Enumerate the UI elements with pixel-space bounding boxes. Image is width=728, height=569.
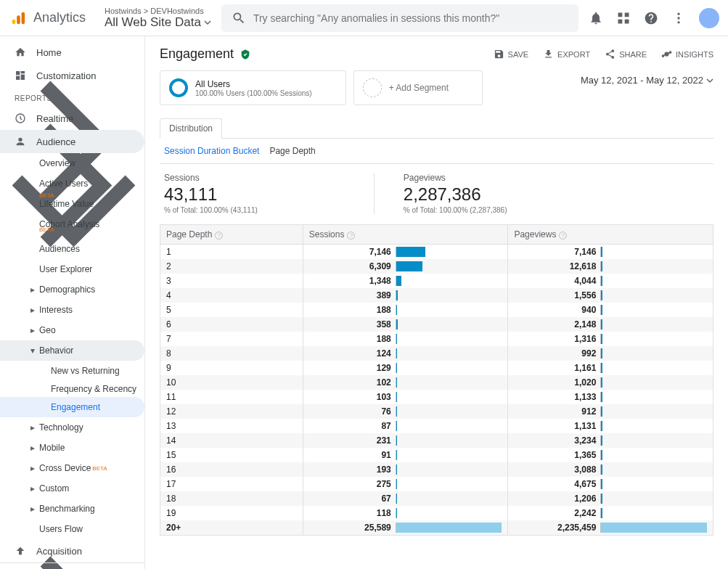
subtab-session-duration[interactable]: Session Duration Bucket [164,146,259,156]
help-icon[interactable]: ? [559,232,567,240]
tab-distribution[interactable]: Distribution [160,118,222,139]
svg-rect-5 [618,19,623,23]
share-button[interactable]: SHARE [605,49,647,60]
svg-rect-2 [22,12,25,24]
date-range-picker[interactable]: May 12, 2021 - May 12, 2022 [581,75,713,86]
svg-point-21 [669,52,671,54]
expand-icon: ▸ [30,443,36,453]
cell-pageviews: 3,088 [508,462,713,477]
subnav-users-flow[interactable]: Users Flow [0,519,144,539]
subnav-benchmarking[interactable]: ▸Benchmarking [0,499,144,519]
cell-pageviews: 940 [508,303,713,317]
cell-sessions: 275 [303,477,508,491]
table-row: 8124992 [160,346,713,361]
cell-depth: 17 [160,477,303,491]
subnav-behavior[interactable]: ▾Behavior [0,340,144,361]
cell-depth: 7 [160,332,303,346]
table-row: 43891,556 [160,288,713,303]
logo-block[interactable]: Analytics [10,10,102,26]
table-row: 142313,234 [160,433,713,448]
subnav-engagement[interactable]: Engagement [0,397,144,417]
help-icon[interactable]: ? [215,232,223,240]
subnav-demographics[interactable]: ▸Demographics [0,279,144,300]
chevron-down-icon [706,77,713,84]
subnav-frequency[interactable]: Frequency & Recency [0,381,144,397]
cell-depth: 2 [160,259,303,274]
subnav-audiences[interactable]: Audiences [0,239,144,259]
save-button[interactable]: SAVE [494,49,529,60]
subnav-new-vs-returning[interactable]: New vs Returning [0,361,144,381]
subnav-cross-device[interactable]: ▸Cross DeviceBETA [0,458,144,478]
bell-icon[interactable] [589,11,603,25]
subnav-user-explorer[interactable]: User Explorer [0,259,144,279]
user-avatar[interactable] [699,8,719,28]
cell-depth: 3 [160,274,303,288]
cell-sessions: 6,309 [303,259,508,274]
expand-icon: ▸ [30,422,36,433]
subnav-geo[interactable]: ▸Geo [0,320,144,340]
subnav-custom[interactable]: ▸Custom [0,478,144,499]
table-row: 5188940 [160,303,713,317]
search-box[interactable] [221,4,578,32]
col-sessions[interactable]: Sessions? [303,225,508,245]
collapse-icon: ▾ [30,345,36,356]
view-name: All Web Site Data [105,15,211,30]
more-vert-icon[interactable] [671,11,686,25]
svg-rect-4 [625,12,629,17]
subnav-overview[interactable]: Overview [0,153,144,173]
header-actions [589,8,719,28]
subnav-cohort[interactable]: Cohort AnalysisBETA [0,214,144,234]
cell-depth: 20+ [160,520,303,536]
cell-pageviews: 4,675 [508,477,713,491]
cell-depth: 19 [160,506,303,520]
cell-sessions: 188 [303,303,508,317]
cell-pageviews: 1,316 [508,332,713,346]
insights-button[interactable]: INSIGHTS [661,49,713,60]
save-icon [494,49,504,60]
metric-sub: % of Total: 100.00% (43,111) [164,206,258,214]
home-icon [15,46,26,58]
cell-pageviews: 2,242 [508,506,713,520]
subtab-bar: Session Duration Bucket Page Depth [160,139,713,164]
cell-pageviews: 1,206 [508,491,713,506]
col-pageviews[interactable]: Pageviews? [508,225,713,245]
cell-depth: 5 [160,303,303,317]
search-input[interactable] [253,12,568,24]
cell-depth: 14 [160,433,303,448]
table-row: 191182,242 [160,506,713,520]
help-icon[interactable]: ? [347,232,355,240]
search-icon [232,11,246,25]
svg-rect-3 [618,12,623,17]
subnav-technology[interactable]: ▸Technology [0,417,144,438]
subnav-mobile[interactable]: ▸Mobile [0,438,144,458]
search-container [221,4,578,32]
col-page-depth[interactable]: Page Depth? [160,225,303,245]
segment-ring-icon [169,78,188,97]
page-depth-table: Page Depth? Sessions? Pageviews? 17,1467… [160,224,713,536]
svg-point-9 [677,21,679,23]
nav-attribution[interactable]: AttributionBETA [0,566,144,569]
table-row: 31,3484,044 [160,274,713,288]
cell-depth: 16 [160,462,303,477]
nav-home[interactable]: Home [0,41,144,64]
table-row: 15911,365 [160,448,713,462]
subnav-active-users[interactable]: Active Users [0,173,144,194]
cell-depth: 12 [160,404,303,419]
analytics-logo-icon [10,10,26,26]
subnav-interests[interactable]: ▸Interests [0,300,144,320]
cell-pageviews: 7,146 [508,245,713,260]
main-content: Engagement SAVE EXPORT SHARE INSIGHTS Al… [145,36,728,569]
export-button[interactable]: EXPORT [543,49,590,60]
segment-all-users[interactable]: All Users 100.00% Users (100.00% Session… [160,70,346,105]
property-selector[interactable]: Hostwinds > DEVHostwinds All Web Site Da… [105,7,211,30]
subtab-page-depth[interactable]: Page Depth [269,146,315,156]
page-title: Engagement [160,46,234,62]
table-row: 18671,206 [160,491,713,506]
cell-pageviews: 912 [508,404,713,419]
tab-bar: Distribution [160,118,713,139]
subnav-lifetime-value[interactable]: Lifetime ValueBETA [0,194,144,214]
segment-add[interactable]: + Add Segment [353,70,483,105]
help-icon[interactable] [644,11,658,25]
cell-pageviews: 1,020 [508,375,713,390]
apps-icon[interactable] [616,11,631,25]
